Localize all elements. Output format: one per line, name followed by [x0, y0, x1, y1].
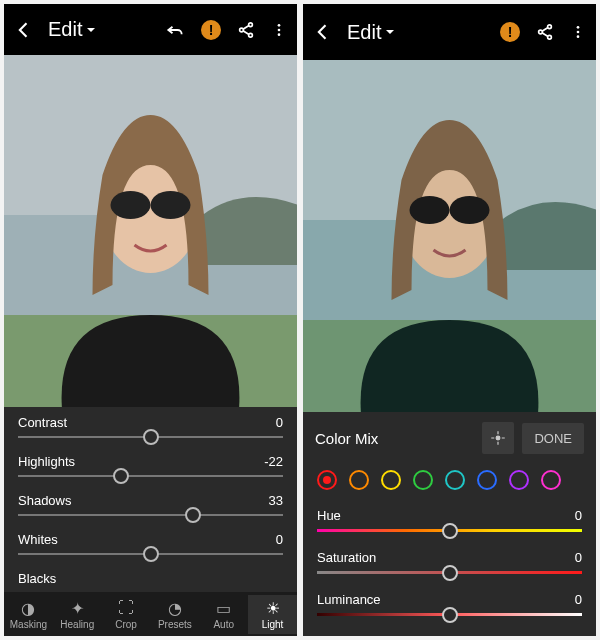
topbar: Edit ! [303, 4, 596, 60]
warning-icon[interactable]: ! [201, 20, 221, 40]
tab-light[interactable]: ☀Light [248, 595, 297, 634]
luminance-slider[interactable]: Luminance0 [303, 584, 596, 626]
swatch-blue[interactable] [477, 470, 497, 490]
tab-label: Crop [115, 619, 137, 630]
overflow-icon[interactable] [570, 24, 586, 40]
swatch-aqua[interactable] [445, 470, 465, 490]
edit-dropdown[interactable]: Edit [347, 21, 395, 44]
slider-value: 0 [276, 532, 283, 547]
slider-value: 33 [269, 493, 283, 508]
svg-point-22 [410, 196, 450, 224]
tab-label: Masking [10, 619, 47, 630]
tab-label: Healing [60, 619, 94, 630]
svg-point-4 [278, 28, 281, 31]
svg-point-10 [111, 191, 151, 219]
share-icon[interactable] [536, 23, 554, 41]
auto-icon: ▭ [216, 599, 231, 617]
tab-healing[interactable]: ✦Healing [53, 595, 102, 634]
undo-icon[interactable] [165, 20, 185, 40]
phone-right: Edit ! Color Mix DONE [303, 4, 596, 636]
color-swatches [303, 464, 596, 500]
colormix-title: Color Mix [315, 430, 378, 447]
swatch-green[interactable] [413, 470, 433, 490]
healing-icon: ✦ [71, 599, 84, 617]
photo-preview [303, 60, 596, 412]
shadows-slider[interactable]: Shadows33 [4, 485, 297, 524]
light-panel: Contrast0 Highlights-22 Shadows33 Whites… [4, 407, 297, 592]
done-button[interactable]: DONE [522, 423, 584, 454]
hue-slider[interactable]: Hue0 [303, 500, 596, 542]
tab-presets[interactable]: ◔Presets [150, 595, 199, 634]
contrast-slider[interactable]: Contrast0 [4, 407, 297, 446]
edit-label: Edit [347, 21, 381, 44]
tab-masking[interactable]: ◑Masking [4, 595, 53, 634]
slider-value: 0 [575, 592, 582, 607]
slider-label: Whites [18, 532, 58, 547]
mask-icon: ◑ [21, 599, 35, 617]
slider-label: Highlights [18, 454, 75, 469]
photo-preview [4, 55, 297, 407]
colormix-panel: Color Mix DONE Hue0 Saturation0 Luminanc… [303, 412, 596, 636]
highlights-slider[interactable]: Highlights-22 [4, 446, 297, 485]
slider-label: Luminance [317, 592, 381, 607]
edit-dropdown[interactable]: Edit [48, 18, 96, 41]
tab-label: Presets [158, 619, 192, 630]
blacks-slider[interactable]: Blacks [4, 563, 297, 592]
back-icon[interactable] [14, 20, 34, 40]
tab-label: Auto [213, 619, 234, 630]
slider-label: Hue [317, 508, 341, 523]
saturation-slider[interactable]: Saturation0 [303, 542, 596, 584]
presets-icon: ◔ [168, 599, 182, 617]
slider-value: 0 [575, 550, 582, 565]
slider-value: 0 [276, 415, 283, 430]
svg-point-23 [450, 196, 490, 224]
warning-icon[interactable]: ! [500, 22, 520, 42]
back-icon[interactable] [313, 22, 333, 42]
slider-label: Blacks [18, 571, 56, 586]
target-picker-button[interactable] [482, 422, 514, 454]
edit-label: Edit [48, 18, 82, 41]
swatch-magenta[interactable] [541, 470, 561, 490]
slider-label: Shadows [18, 493, 71, 508]
swatch-purple[interactable] [509, 470, 529, 490]
swatch-yellow[interactable] [381, 470, 401, 490]
svg-point-15 [577, 26, 580, 29]
svg-point-24 [497, 436, 501, 440]
swatch-red[interactable] [317, 470, 337, 490]
svg-point-17 [577, 35, 580, 38]
svg-point-5 [278, 33, 281, 36]
whites-slider[interactable]: Whites0 [4, 524, 297, 563]
slider-value: -22 [264, 454, 283, 469]
phone-left: Edit ! Contrast0 Highlights-22 [4, 4, 297, 636]
slider-value: 0 [575, 508, 582, 523]
share-icon[interactable] [237, 21, 255, 39]
bottom-tabs: ◑Masking ✦Healing ⛶Crop ◔Presets ▭Auto ☀… [4, 592, 297, 636]
tab-auto[interactable]: ▭Auto [199, 595, 248, 634]
slider-label: Contrast [18, 415, 67, 430]
slider-label: Saturation [317, 550, 376, 565]
svg-point-3 [278, 24, 281, 27]
tab-crop[interactable]: ⛶Crop [102, 595, 151, 634]
svg-point-16 [577, 31, 580, 34]
topbar: Edit ! [4, 4, 297, 55]
colormix-header: Color Mix DONE [303, 412, 596, 464]
overflow-icon[interactable] [271, 22, 287, 38]
swatch-orange[interactable] [349, 470, 369, 490]
crop-icon: ⛶ [118, 599, 134, 617]
svg-point-11 [151, 191, 191, 219]
light-icon: ☀ [266, 599, 280, 617]
tab-label: Light [262, 619, 284, 630]
